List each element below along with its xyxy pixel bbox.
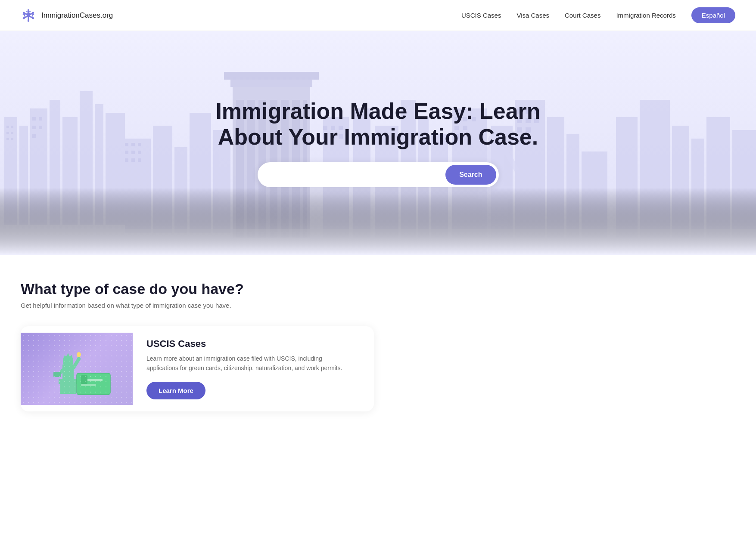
section-title: What type of case do you have?	[21, 281, 735, 297]
nav-links: USCIS Cases Visa Cases Court Cases Immig…	[461, 7, 735, 23]
hero-content: Immigration Made Easy: Learn About Your …	[206, 99, 551, 187]
svg-point-11	[23, 12, 25, 14]
espanol-button[interactable]: Español	[691, 7, 735, 23]
search-input[interactable]	[268, 171, 446, 179]
card-image-uscis	[21, 333, 133, 405]
nav-link-visa[interactable]: Visa Cases	[516, 12, 549, 19]
nav-link-immigration[interactable]: Immigration Records	[616, 12, 675, 19]
nav-link-uscis[interactable]: USCIS Cases	[461, 12, 501, 19]
svg-point-12	[32, 12, 34, 14]
cases-section: What type of case do you have? Get helpf…	[0, 255, 756, 429]
uscis-case-card: USCIS Cases Learn more about an immigrat…	[21, 326, 374, 411]
svg-point-13	[23, 17, 25, 19]
nav-link-court[interactable]: Court Cases	[565, 12, 600, 19]
learn-more-button-uscis[interactable]: Learn More	[146, 382, 205, 399]
logo-icon	[21, 8, 36, 23]
card-content-uscis: USCIS Cases Learn more about an immigrat…	[133, 326, 358, 411]
svg-point-9	[28, 9, 30, 11]
hero-title: Immigration Made Easy: Learn About Your …	[215, 99, 542, 150]
hero-section: Immigration Made Easy: Learn About Your …	[0, 31, 756, 255]
logo-link[interactable]: ImmigrationCases.org	[21, 8, 113, 23]
svg-point-14	[32, 17, 34, 19]
card-desc-uscis: Learn more about an immigration case fil…	[146, 354, 345, 373]
logo-text: ImmigrationCases.org	[41, 11, 113, 20]
card-title-uscis: USCIS Cases	[146, 338, 345, 349]
section-subtitle: Get helpful information based on what ty…	[21, 302, 735, 309]
navbar: ImmigrationCases.org USCIS Cases Visa Ca…	[0, 0, 756, 31]
hero-search-bar: Search	[258, 162, 499, 187]
card-dots-background	[21, 333, 133, 405]
search-button[interactable]: Search	[445, 165, 496, 185]
svg-point-10	[28, 20, 30, 22]
